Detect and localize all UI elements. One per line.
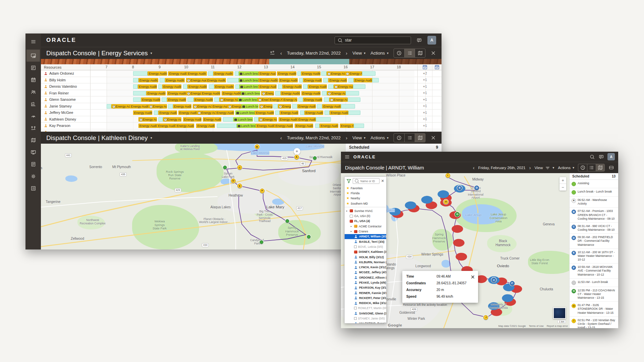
- date-label[interactable]: Friday, February 26th, 2021: [478, 166, 525, 170]
- activity-bar[interactable]: Energy Audit: [261, 91, 274, 95]
- prev-day-button[interactable]: ‹: [280, 135, 282, 141]
- travel-bar[interactable]: [372, 78, 379, 82]
- close-icon[interactable]: ✕: [380, 179, 385, 183]
- travel-bar[interactable]: [209, 84, 214, 89]
- calendar-column-header[interactable]: [417, 64, 432, 70]
- map-marker-G[interactable]: G: [455, 212, 460, 217]
- activity-bar[interactable]: Energy Audit: [330, 111, 348, 115]
- activity-bar[interactable]: Energy Audit: [201, 91, 220, 95]
- activity-bar[interactable]: Energy Audit: [327, 71, 345, 76]
- activity-bar[interactable]: Energy Audit: [196, 124, 215, 128]
- tree-item-cranes[interactable]: ▸Cranes: [345, 229, 386, 234]
- activity-bar[interactable]: Energy Audit: [334, 84, 353, 89]
- tree-favorite-southern-md[interactable]: ★Southern MD: [345, 201, 386, 206]
- next-day-button[interactable]: ›: [346, 135, 347, 141]
- map-kathleen-disney[interactable]: + Katie's Landing at Wekiva RiverLake Mo…: [41, 144, 345, 249]
- activity-bar[interactable]: Energy Audit: [301, 71, 320, 76]
- menu-icon[interactable]: [26, 35, 40, 48]
- travel-bar[interactable]: [160, 78, 165, 82]
- list-view-icon[interactable]: [404, 134, 415, 142]
- activity-bar[interactable]: Energy Audit: [319, 124, 338, 128]
- scheduled-item[interactable]: B07:52 AM - Premium - 1003 GREEN BRANCH …: [570, 208, 618, 223]
- prev-day-button[interactable]: ‹: [473, 165, 474, 170]
- activity-bar[interactable]: Energy Audit: [194, 97, 213, 102]
- travel-bar[interactable]: [362, 71, 375, 76]
- activity-bar[interactable]: Energy Audit: [165, 78, 185, 82]
- activity-bar[interactable]: Energy Audit: [149, 104, 167, 108]
- travel-bar[interactable]: [133, 71, 148, 76]
- travel-bar[interactable]: [217, 124, 237, 128]
- scheduled-item[interactable]: F10:59 AM - 2618 MOHAWK AVE - Commercial…: [570, 264, 618, 279]
- activity-bar[interactable]: Energy Audit: [130, 104, 148, 108]
- tree-item-mcgee-jeffery-4-11-[interactable]: MCGEE, Jeffery (4/11): [345, 270, 386, 275]
- activity-bar[interactable]: Energy Audit: [187, 71, 207, 76]
- activity-bar[interactable]: Energy Audit: [345, 71, 362, 76]
- travel-bar[interactable]: [354, 124, 364, 128]
- activity-bar[interactable]: Energy Audit: [256, 124, 274, 128]
- travel-bar[interactable]: [299, 78, 303, 82]
- travel-bar[interactable]: [133, 97, 141, 102]
- activity-bar[interactable]: Energy Audit: [259, 104, 273, 108]
- activity-bar[interactable]: Energy Audit: [258, 84, 277, 89]
- travel-bar[interactable]: [254, 117, 258, 122]
- chat-icon[interactable]: [416, 38, 422, 43]
- lunch-break-bar[interactable]: Lunch break: [233, 117, 252, 122]
- actions-button[interactable]: Actions▾: [558, 166, 574, 170]
- tree-item-bove-leticia-0-0-[interactable]: BOVE, Leticia (0/0): [345, 244, 386, 249]
- console-title-disney[interactable]: Dispatch Console | Kathleen Disney ▾: [46, 134, 152, 142]
- activity-bar[interactable]: Energy Audit: [328, 78, 347, 82]
- tree-item-sansone-glenn-3-10-[interactable]: SANSONE, Glenn (3/10): [345, 311, 386, 316]
- activity-bar[interactable]: Energy Audit: [157, 124, 175, 128]
- next-day-button[interactable]: ›: [529, 165, 531, 170]
- travel-bar[interactable]: [348, 78, 354, 82]
- resource-name[interactable]: Kathleen Disney: [41, 116, 91, 123]
- resource-search[interactable]: [353, 178, 379, 184]
- user-avatar[interactable]: A: [607, 153, 615, 160]
- activity-bar[interactable]: Energy Audit: [329, 97, 348, 102]
- lunch-break-bar[interactable]: Lunch break: [239, 71, 258, 76]
- map-marker-J[interactable]: J: [483, 315, 488, 320]
- tree-favorite-favorites[interactable]: ★Favorites: [345, 186, 386, 191]
- activity-bar[interactable]: Energy Audit: [303, 97, 322, 102]
- chat-icon[interactable]: [598, 154, 604, 160]
- activity-bar[interactable]: Energy Audit: [258, 78, 278, 82]
- activity-bar[interactable]: Energy Audit: [322, 104, 341, 108]
- calendar-icon[interactable]: [26, 74, 40, 86]
- activity-bar[interactable]: Energy Audit: [282, 97, 297, 102]
- travel-bar[interactable]: [168, 104, 173, 108]
- resource-name[interactable]: Kay Pearson: [41, 123, 91, 129]
- lunch-break-bar[interactable]: Lunch break: [241, 91, 260, 95]
- activity-bar[interactable]: Energy Audit: [327, 91, 345, 95]
- travel-bar[interactable]: [107, 104, 111, 108]
- activity-bar[interactable]: Energy Audit: [222, 91, 241, 95]
- map-marker-H[interactable]: H: [444, 200, 448, 204]
- activity-bar[interactable]: Energy Audit: [138, 124, 157, 128]
- lunch-break-bar[interactable]: Lunch break: [238, 97, 257, 102]
- map-view-icon[interactable]: [415, 134, 425, 142]
- tree-item-pearson-kay-3-10-[interactable]: PEARSON, Kay (3/10): [345, 285, 386, 290]
- tree-favorite-nearby[interactable]: ★Nearby: [345, 196, 386, 201]
- activity-bar[interactable]: Energy Audit: [203, 117, 221, 122]
- activity-bar[interactable]: Energy Audit: [148, 71, 167, 76]
- lunch-break-bar[interactable]: Lunch break: [239, 84, 258, 89]
- travel-bar[interactable]: [235, 71, 239, 76]
- map-marker-stop[interactable]: [313, 156, 317, 160]
- tree-item-basile-terri-3-4-[interactable]: BASILE, Terri (3/4): [345, 239, 386, 244]
- scheduled-item[interactable]: I02:51 PM - 133 Venetian Bay Circle - Sy…: [570, 317, 618, 328]
- close-icon[interactable]: ✕: [471, 274, 475, 280]
- activity-bar[interactable]: Energy Audit: [255, 111, 274, 115]
- map-marker-I[interactable]: I: [446, 173, 450, 178]
- chart-icon[interactable]: [26, 98, 40, 110]
- travel-bar[interactable]: [278, 84, 282, 89]
- activity-bar[interactable]: Energy Audit: [308, 84, 327, 89]
- scheduled-item[interactable]: C08:31 AM - 990 VICKI CT - Cooling Maint…: [570, 223, 618, 234]
- time-view-icon[interactable]: [394, 134, 404, 142]
- travel-bar[interactable]: [183, 84, 187, 89]
- date-label[interactable]: Tuesday, March 22nd, 2022: [287, 51, 341, 56]
- activity-bar[interactable]: Energy Audit: [281, 91, 300, 95]
- travel-bar[interactable]: [154, 111, 158, 115]
- resource-name[interactable]: Fran Reiner: [41, 90, 91, 96]
- resource-name[interactable]: Billy Holm: [41, 77, 91, 83]
- zoom-in-button[interactable]: +: [560, 177, 566, 184]
- travel-bar[interactable]: [317, 104, 322, 108]
